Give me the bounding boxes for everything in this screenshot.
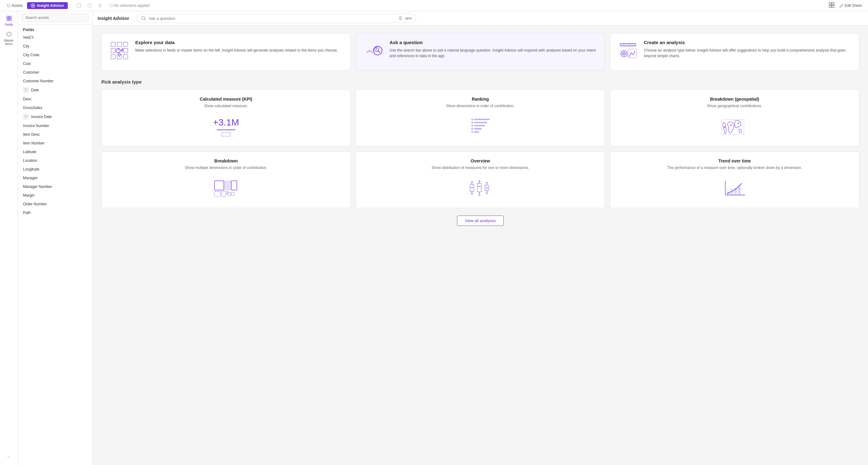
svg-rect-43 [627, 44, 634, 45]
analysis-card-overview[interactable]: Overview Show distribution of measures f… [355, 151, 605, 208]
svg-rect-24 [117, 42, 122, 46]
field-list-item[interactable]: Longitude [18, 165, 92, 174]
paint-select-button[interactable] [95, 2, 105, 9]
analysis-types-grid: Calculated measure (KPI) Show calculated… [101, 90, 859, 208]
field-label: Margin [23, 193, 34, 198]
field-list-item[interactable]: Margin [18, 191, 92, 200]
overview-desc: Show distribution of measures for one or… [363, 165, 598, 170]
region-select-button[interactable] [85, 2, 94, 9]
field-label: Path [23, 210, 31, 215]
geo-title: Breakdown (geospatial) [617, 97, 852, 102]
edit-sheet-button[interactable]: Edit Sheet [837, 2, 864, 9]
geo-desc: Show geographical contributions. [617, 103, 852, 109]
svg-rect-75 [470, 185, 474, 191]
kpi-box [222, 133, 230, 136]
svg-rect-72 [231, 193, 235, 196]
field-list-item[interactable]: Cost [18, 59, 92, 68]
field-list-item[interactable]: City [18, 42, 92, 51]
field-list-item[interactable]: Path [18, 208, 92, 217]
analysis-card-kpi[interactable]: Calculated measure (KPI) Show calculated… [101, 90, 351, 146]
field-label: Manager [23, 176, 38, 180]
field-label: Item Desc [23, 132, 40, 137]
svg-rect-23 [111, 42, 115, 46]
language-selector[interactable]: en ▾ [405, 16, 412, 21]
analysis-card-geo[interactable]: Breakdown (geospatial) Show geographical… [610, 90, 859, 146]
analysis-section-title: Pick analysis type [101, 79, 859, 85]
field-list-item[interactable]: Item Desc [18, 130, 92, 139]
explore-card-icon [108, 40, 130, 62]
ask-card-icon: ? [363, 40, 384, 62]
view-all-analyses-button[interactable]: View all analyses [457, 215, 503, 226]
grid-view-button[interactable] [829, 2, 834, 9]
ask-question-card: ? Ask a question Use the search bar abov… [355, 33, 605, 70]
analysis-card-breakdown[interactable]: Breakdown Show multiple dimensions in or… [101, 151, 351, 208]
field-list-item[interactable]: GrossSales [18, 103, 92, 112]
nav-divider [71, 2, 71, 9]
field-list-item[interactable]: Item Number [18, 139, 92, 147]
field-label: Customer [23, 70, 39, 74]
sidebar-bottom: ← [1, 453, 17, 465]
field-list-item[interactable]: Order Number [18, 200, 92, 208]
svg-point-1 [32, 5, 34, 6]
svg-rect-51 [474, 122, 487, 123]
svg-text:?: ? [375, 48, 377, 51]
field-list-item[interactable]: Manager [18, 174, 92, 182]
field-list-item[interactable]: %KEY [18, 33, 92, 42]
search-assets-input[interactable] [22, 14, 89, 22]
explore-card-content: Explore your data Make selections in fie… [135, 40, 344, 53]
panel: Fields %KEYCityCity CodeCostCustomerCust… [18, 11, 93, 465]
question-search-bar[interactable]: en ▾ [136, 14, 416, 23]
field-list-item[interactable]: Manager Number [18, 182, 92, 191]
lasso-icon [77, 3, 81, 8]
field-list-item[interactable]: Customer [18, 68, 92, 77]
field-list-item[interactable]: Invoice Date [18, 112, 92, 122]
panel-search-area [18, 11, 92, 25]
svg-rect-7 [829, 5, 831, 7]
master-items-sidebar-label: Master items [4, 39, 14, 46]
page-title: Insight Advisor [98, 16, 129, 21]
field-list-item[interactable]: Location [18, 156, 92, 165]
trend-title: Trend over time [617, 158, 852, 163]
field-label: Longitude [23, 167, 39, 171]
lasso-select-button[interactable] [74, 2, 84, 9]
analysis-card-ranking[interactable]: Ranking Show dimensions in order of cont… [355, 90, 605, 146]
svg-line-35 [367, 51, 370, 52]
insight-advisor-nav-item[interactable]: Insight Advisor [27, 2, 68, 9]
field-list-item[interactable]: Desc [18, 95, 92, 103]
field-list-item[interactable]: Invoice Number [18, 122, 92, 130]
field-list-item[interactable]: Customer Number [18, 77, 92, 86]
assets-nav-item[interactable]: ⬡ Assets [4, 2, 26, 9]
language-label: en [405, 16, 409, 21]
search-bar-actions: en ▾ [398, 16, 412, 21]
field-label: Cost [23, 62, 31, 66]
analysis-card-trend[interactable]: Trend over time The performance of a mea… [610, 151, 859, 208]
svg-rect-13 [25, 89, 27, 91]
calendar-icon [23, 88, 29, 93]
trend-desc: The performance of a measure over time, … [617, 165, 852, 170]
top-nav-right: Edit Sheet [829, 2, 864, 9]
svg-rect-49 [474, 118, 490, 120]
field-label: Desc [23, 97, 31, 101]
svg-rect-55 [474, 128, 482, 130]
field-list-item[interactable]: Latitude [18, 147, 92, 156]
field-list-item[interactable]: Date [18, 86, 92, 95]
svg-rect-21 [400, 16, 401, 19]
trend-visual [617, 176, 852, 201]
main-layout: Fields Master items ← Fields %KEYCityCit… [0, 11, 868, 465]
kpi-visual: +3.1M [108, 114, 344, 139]
mic-icon[interactable] [398, 16, 403, 21]
kpi-underline [217, 130, 235, 130]
svg-rect-67 [215, 181, 224, 190]
svg-line-20 [145, 19, 146, 21]
svg-point-64 [738, 123, 739, 124]
sidebar-item-fields[interactable]: Fields [1, 14, 17, 28]
geo-visual [617, 114, 852, 139]
collapse-sidebar-button[interactable]: ← [1, 453, 17, 461]
ask-question-input[interactable] [149, 16, 396, 21]
sidebar-item-master-items[interactable]: Master items [1, 30, 17, 47]
create-card-content: Create an analysis Choose an analysis ty… [644, 40, 852, 59]
selection-badge: No selections applied [106, 2, 153, 9]
field-list-item[interactable]: City Code [18, 51, 92, 59]
field-label: Customer Number [23, 79, 54, 83]
content-header: Insight Advisor en ▾ [93, 11, 868, 26]
